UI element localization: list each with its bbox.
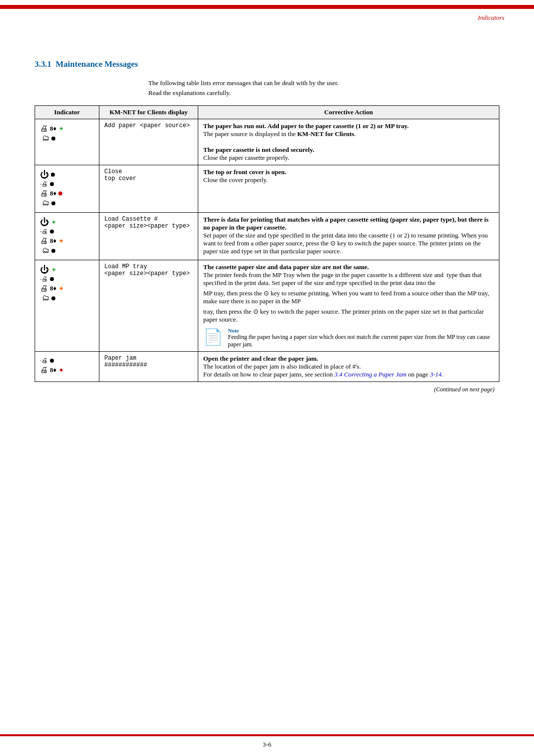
note-text: Feeding the paper having a paper size wh… [228,333,490,348]
dot-black-icon [50,277,54,281]
tray-icon: 🗂 [42,134,49,142]
power-icon: ⏻ [40,265,49,274]
table-row: ⏻ ✦ ·🖨 🖨 8♦ ✦ [35,213,499,260]
printer-icon: 🖨 [40,124,48,133]
kmnet-cell-2: Closetop cover [99,165,198,213]
dot-black-icon [50,359,54,363]
section-title: 3.3.1 Maintenance Messages [35,59,499,69]
header-section-label: Indicators [478,14,504,22]
col-kmnet: KM-NET for Clients display [99,106,198,119]
dot-red-icon [58,191,62,195]
footer-accent-bar [0,734,534,736]
dot-black-icon [51,296,55,300]
star-red-icon: ✦ [58,366,64,375]
indicator-cell-4: ⏻ ✦ ·🖨 🖨 8♦ ✦ [35,260,99,352]
col-action: Corrective Action [198,106,499,119]
tray-icon: 🗂 [42,246,49,255]
dot-black-icon [50,182,54,186]
power-icon: ⏻ [40,218,49,227]
top-accent-bar [0,5,534,9]
dot-black-icon [51,201,55,205]
doc-icon: ·🖨 [40,180,48,188]
indicator-cell-3: ⏻ ✦ ·🖨 🖨 8♦ ✦ [35,213,99,260]
jam-link[interactable]: 3.4 Correcting a Paper Jam [334,371,406,378]
doc-icon: ·🖨 [40,357,48,365]
printer-icon: 🖨 [40,366,48,375]
dot-black-icon [51,173,55,177]
page-number: 3-6 [263,741,271,749]
printer-icon: 🖨 [40,284,48,293]
printer-icon: 🖨 [40,189,48,198]
printer-icon: 🖨 [40,236,48,245]
indicator-cell-2: ⏻ ·🖨 🖨 8♦ [35,165,99,213]
dot-black-icon [51,137,55,141]
kmnet-cell-1: Add paper <paper source> [99,119,198,165]
page: Indicators 3.3.1 Maintenance Messages Th… [0,5,534,756]
tray-icon: 🗂 [42,199,49,207]
action-cell-4: The cassette paper size and data paper s… [198,260,499,352]
table-row: 🖨 8♦ ✦ 🗂 Add paper <paper source> [35,119,499,165]
kmnet-cell-5: Paper jam############ [99,352,198,382]
action-cell-3: There is data for printing that matches … [198,213,499,260]
dot-black-icon [51,249,55,253]
table-row: ·🖨 🖨 8♦ ✦ Paper jam############ [35,352,499,382]
star-green-icon: ✦ [51,266,57,274]
maintenance-table: Indicator KM-NET for Clients display Cor… [35,105,499,382]
star-green-icon: ✦ [51,218,57,227]
action-cell-2: The top or front cover is open. Close th… [198,165,499,213]
table-row: ⏻ ✦ ·🖨 🖨 8♦ ✦ [35,260,499,352]
indicator-cell-1: 🖨 8♦ ✦ 🗂 [35,119,99,165]
star-orange-icon: ✦ [58,237,64,245]
note-box: 📄 Note Feeding the paper having a paper … [203,328,494,348]
kmnet-cell-4: Load MP tray<paper size><paper type> [99,260,198,352]
note-label: Note [228,328,494,333]
page-link[interactable]: 3-14 [430,371,442,378]
dot-black-icon [50,230,54,234]
star-orange-2-icon: ✦ [58,284,64,293]
star-green-icon: ✦ [58,125,64,133]
power-icon: ⏻ [40,170,49,179]
table-row: ⏻ ·🖨 🖨 8♦ [35,165,499,213]
note-paper-icon: 📄 [203,328,223,346]
col-indicator: Indicator [35,106,99,119]
continued-note: (Continued on next page) [35,386,499,393]
action-cell-1: The paper has run out. Add paper to the … [198,119,499,165]
doc-icon: ·🖨 [40,228,48,236]
indicator-cell-5: ·🖨 🖨 8♦ ✦ [35,352,99,382]
action-cell-5: Open the printer and clear the paper jam… [198,352,499,382]
tray-icon: 🗂 [42,294,49,302]
doc-icon: ·🖨 [40,275,48,283]
intro-text: The following table lists error messages… [148,78,499,97]
kmnet-cell-3: Load Cassette #<paper size><paper type> [99,213,198,260]
